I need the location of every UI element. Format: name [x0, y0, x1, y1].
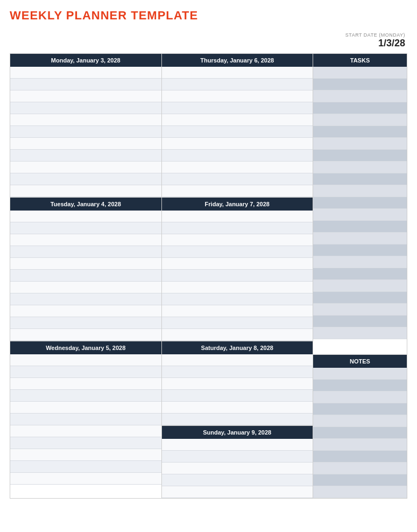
tuesday-row[interactable] [10, 246, 161, 258]
thursday-row[interactable] [162, 173, 313, 185]
task-row[interactable] [313, 268, 407, 280]
task-row[interactable] [313, 102, 407, 114]
monday-row[interactable] [10, 90, 161, 102]
task-row[interactable] [313, 221, 407, 233]
task-row[interactable] [313, 233, 407, 244]
tuesday-row[interactable] [10, 234, 161, 246]
notes-row[interactable] [313, 486, 407, 498]
thursday-row[interactable] [162, 150, 313, 162]
friday-row[interactable] [162, 270, 313, 282]
task-row[interactable] [313, 90, 407, 102]
task-row[interactable] [313, 256, 407, 268]
friday-row[interactable] [162, 293, 313, 305]
wednesday-row[interactable] [10, 449, 161, 461]
wednesday-row[interactable] [10, 437, 161, 449]
monday-row[interactable] [10, 150, 161, 162]
saturday-row[interactable] [162, 366, 313, 378]
saturday-row[interactable] [162, 378, 313, 390]
saturday-row[interactable] [162, 390, 313, 402]
task-row[interactable] [313, 197, 407, 209]
notes-row[interactable] [313, 463, 407, 474]
notes-row[interactable] [313, 415, 407, 427]
thursday-row[interactable] [162, 102, 313, 114]
monday-row[interactable] [10, 79, 161, 90]
wednesday-row[interactable] [10, 414, 161, 425]
thursday-row[interactable] [162, 90, 313, 102]
tuesday-row[interactable] [10, 305, 161, 317]
tuesday-row[interactable] [10, 258, 161, 270]
tuesday-row[interactable] [10, 211, 161, 222]
thursday-row[interactable] [162, 185, 313, 197]
saturday-row[interactable] [162, 414, 313, 425]
tuesday-row[interactable] [10, 270, 161, 282]
start-date-value[interactable]: 1/3/28 [378, 38, 405, 49]
sunday-row[interactable] [162, 463, 313, 474]
monday-row[interactable] [10, 185, 161, 197]
notes-row[interactable] [313, 368, 407, 380]
monday-row[interactable] [10, 162, 161, 173]
thursday-row[interactable] [162, 126, 313, 138]
sunday-row[interactable] [162, 451, 313, 463]
notes-row[interactable] [313, 427, 407, 439]
task-row[interactable] [313, 316, 407, 327]
thursday-row[interactable] [162, 114, 313, 126]
friday-row[interactable] [162, 234, 313, 246]
friday-row[interactable] [162, 222, 313, 234]
saturday-row[interactable] [162, 402, 313, 414]
wednesday-row[interactable] [10, 366, 161, 378]
sunday-row[interactable] [162, 486, 313, 498]
task-row[interactable] [313, 126, 407, 138]
wednesday-row[interactable] [10, 378, 161, 390]
task-row[interactable] [313, 327, 407, 339]
task-row[interactable] [313, 280, 407, 292]
task-row[interactable] [313, 244, 407, 256]
wednesday-row[interactable] [10, 354, 161, 366]
tuesday-row[interactable] [10, 282, 161, 293]
thursday-row[interactable] [162, 79, 313, 90]
task-row[interactable] [313, 173, 407, 185]
monday-row[interactable] [10, 173, 161, 185]
thursday-row[interactable] [162, 162, 313, 173]
task-row[interactable] [313, 304, 407, 316]
task-row[interactable] [313, 138, 407, 150]
friday-row[interactable] [162, 329, 313, 341]
friday-row[interactable] [162, 211, 313, 222]
wednesday-row[interactable] [10, 390, 161, 402]
sunday-row[interactable] [162, 439, 313, 451]
wednesday-row[interactable] [10, 402, 161, 414]
monday-row[interactable] [10, 114, 161, 126]
notes-row[interactable] [313, 380, 407, 391]
friday-row[interactable] [162, 317, 313, 329]
notes-row[interactable] [313, 474, 407, 486]
tuesday-row[interactable] [10, 293, 161, 305]
thursday-row[interactable] [162, 67, 313, 79]
friday-row[interactable] [162, 258, 313, 270]
wednesday-row[interactable] [10, 473, 161, 485]
wednesday-row[interactable] [10, 461, 161, 473]
friday-row[interactable] [162, 282, 313, 293]
task-row[interactable] [313, 114, 407, 126]
task-row[interactable] [313, 185, 407, 197]
saturday-row[interactable] [162, 354, 313, 366]
monday-row[interactable] [10, 126, 161, 138]
task-row[interactable] [313, 150, 407, 162]
notes-row[interactable] [313, 451, 407, 463]
notes-row[interactable] [313, 403, 407, 415]
wednesday-row[interactable] [10, 425, 161, 437]
task-row[interactable] [313, 67, 407, 79]
task-row[interactable] [313, 162, 407, 173]
sunday-row[interactable] [162, 474, 313, 486]
notes-row[interactable] [313, 391, 407, 403]
monday-row[interactable] [10, 138, 161, 150]
friday-row[interactable] [162, 246, 313, 258]
task-row[interactable] [313, 79, 407, 90]
task-row[interactable] [313, 209, 407, 221]
tuesday-row[interactable] [10, 329, 161, 341]
friday-row[interactable] [162, 305, 313, 317]
tuesday-row[interactable] [10, 222, 161, 234]
task-row[interactable] [313, 292, 407, 304]
notes-row[interactable] [313, 439, 407, 451]
monday-row[interactable] [10, 102, 161, 114]
thursday-row[interactable] [162, 138, 313, 150]
monday-row[interactable] [10, 67, 161, 79]
